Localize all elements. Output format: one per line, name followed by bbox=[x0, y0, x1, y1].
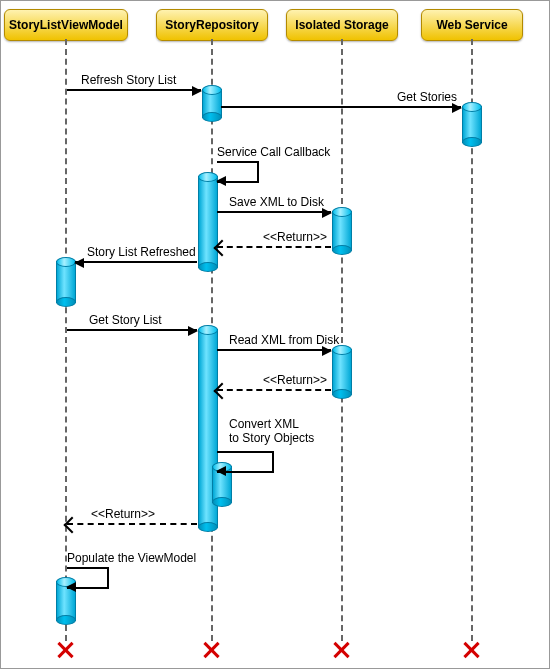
arrowhead-icon bbox=[452, 103, 462, 113]
arrowhead-icon bbox=[216, 176, 226, 186]
arrowhead-icon bbox=[188, 326, 198, 336]
message-label: Convert XML to Story Objects bbox=[229, 417, 314, 445]
message-get-stories bbox=[221, 106, 461, 108]
message-save-xml bbox=[217, 211, 331, 213]
destroy-icon bbox=[332, 641, 350, 659]
message-get-story-list bbox=[67, 329, 197, 331]
arrowhead-icon bbox=[322, 208, 332, 218]
sequence-diagram: { "diagram": { "type": "sequence", "part… bbox=[0, 0, 550, 669]
participant-storylistviewmodel: StoryListViewModel bbox=[4, 9, 128, 41]
activation-bar bbox=[462, 106, 482, 143]
message-convert-xml bbox=[217, 451, 274, 473]
message-service-call-callback bbox=[217, 161, 259, 183]
destroy-icon bbox=[56, 641, 74, 659]
message-return bbox=[217, 389, 331, 391]
message-label: <<Return>> bbox=[263, 230, 327, 244]
message-label: Story List Refreshed bbox=[87, 245, 196, 259]
message-label: Service Call Callback bbox=[217, 145, 330, 159]
message-label: Populate the ViewModel bbox=[67, 551, 196, 565]
participant-isolatedstorage: Isolated Storage bbox=[286, 9, 398, 41]
message-label: Get Story List bbox=[89, 313, 162, 327]
participant-webservice: Web Service bbox=[421, 9, 523, 41]
activation-bar bbox=[202, 89, 222, 118]
message-label: Refresh Story List bbox=[81, 73, 176, 87]
activation-bar bbox=[56, 261, 76, 303]
message-label: <<Return>> bbox=[263, 373, 327, 387]
message-label: <<Return>> bbox=[91, 507, 155, 521]
lifeline-p2 bbox=[341, 39, 343, 641]
destroy-icon bbox=[462, 641, 480, 659]
message-return bbox=[67, 523, 197, 525]
message-refresh-story-list bbox=[67, 89, 201, 91]
message-story-list-refreshed bbox=[75, 261, 197, 263]
arrowhead-icon bbox=[192, 86, 202, 96]
destroy-icon bbox=[202, 641, 220, 659]
message-label: Get Stories bbox=[397, 90, 457, 104]
message-label: Save XML to Disk bbox=[229, 195, 324, 209]
message-label: Read XML from Disk bbox=[229, 333, 339, 347]
message-return bbox=[217, 246, 331, 248]
message-read-xml bbox=[217, 349, 331, 351]
message-populate-viewmodel bbox=[67, 567, 109, 589]
participant-storyrepository: StoryRepository bbox=[156, 9, 268, 41]
activation-bar bbox=[332, 211, 352, 251]
activation-bar bbox=[332, 349, 352, 395]
arrowhead-icon bbox=[74, 258, 84, 268]
arrowhead-icon bbox=[322, 346, 332, 356]
arrowhead-icon bbox=[216, 466, 226, 476]
arrowhead-icon bbox=[66, 582, 76, 592]
activation-bar bbox=[198, 176, 218, 268]
